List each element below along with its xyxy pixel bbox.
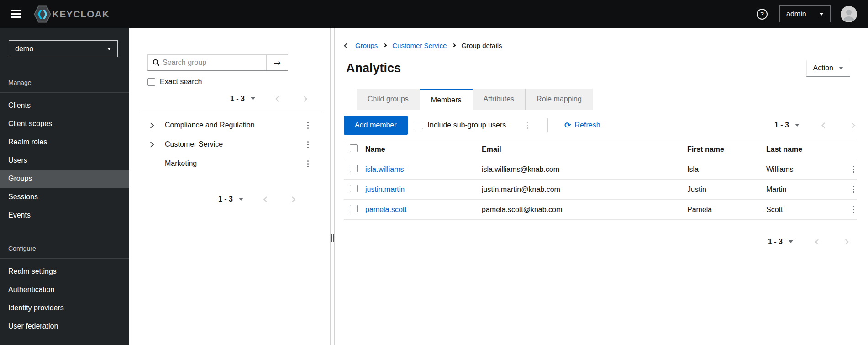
chevron-right-icon bbox=[148, 142, 154, 148]
expand-chevron-icon[interactable] bbox=[149, 141, 161, 148]
members-pagination-bottom-prev-button[interactable] bbox=[813, 236, 823, 248]
realm-selector[interactable]: demo bbox=[9, 40, 118, 57]
tab-role-mapping[interactable]: Role mapping bbox=[526, 89, 593, 110]
member-name-link[interactable]: justin.martin bbox=[365, 186, 482, 194]
sidebar-item-clients[interactable]: Clients bbox=[0, 96, 129, 115]
caret-down-icon bbox=[107, 48, 111, 50]
row-checkbox[interactable] bbox=[350, 165, 358, 172]
group-kebab-button[interactable] bbox=[305, 120, 311, 131]
collapse-drawer-icon[interactable] bbox=[344, 42, 349, 49]
select-all-checkbox[interactable] bbox=[350, 144, 358, 152]
group-kebab-button[interactable] bbox=[305, 139, 311, 150]
chevron-left-icon bbox=[275, 96, 281, 102]
chevron-right-icon bbox=[289, 196, 295, 202]
sidebar-item-events[interactable]: Events bbox=[0, 206, 129, 224]
sidebar-item-authentication[interactable]: Authentication bbox=[0, 281, 129, 299]
chevron-right-icon bbox=[301, 96, 307, 102]
sidebar-item-user-federation[interactable]: User federation bbox=[0, 317, 129, 335]
breadcrumb-item-customer-service[interactable]: Customer Service bbox=[392, 42, 447, 49]
group-name[interactable]: Compliance and Regulation bbox=[165, 121, 305, 129]
exact-search-checkbox[interactable] bbox=[147, 78, 155, 86]
tab-child-groups[interactable]: Child groups bbox=[357, 89, 420, 110]
members-pagination-top-prev-button[interactable] bbox=[820, 119, 829, 132]
member-first-name: Pamela bbox=[687, 206, 766, 214]
exact-search-label: Exact search bbox=[160, 78, 202, 86]
avatar[interactable] bbox=[841, 6, 857, 22]
chevron-left-icon bbox=[263, 196, 269, 202]
table-header-row: NameEmailFirst nameLast name bbox=[344, 139, 857, 159]
caret-down-icon bbox=[839, 67, 843, 69]
chevron-left-icon bbox=[815, 239, 821, 245]
nav-section-gap bbox=[0, 224, 129, 238]
members-toolbar: Add member Include sub-group users ⟳ Ref… bbox=[344, 116, 857, 135]
username-label: admin bbox=[786, 10, 806, 18]
tree-pagination-top-next-button[interactable] bbox=[300, 93, 309, 105]
breadcrumb-item-group-details: Group details bbox=[461, 42, 502, 49]
keycloak-hexagon-icon bbox=[34, 5, 51, 24]
row-checkbox-cell bbox=[344, 185, 365, 194]
row-checkbox-cell bbox=[344, 165, 365, 174]
members-pagination-bottom-range: 1 - 3 bbox=[768, 238, 783, 246]
sidebar-item-client-scopes[interactable]: Client scopes bbox=[0, 115, 129, 133]
hamburger-menu-button[interactable] bbox=[11, 10, 21, 18]
add-member-button[interactable]: Add member bbox=[344, 116, 408, 135]
member-last-name: Martin bbox=[766, 186, 839, 194]
sidebar-item-realm-roles[interactable]: Realm roles bbox=[0, 133, 129, 151]
sidebar-item-groups[interactable]: Groups bbox=[0, 170, 129, 188]
action-dropdown-button[interactable]: Action bbox=[806, 60, 850, 77]
toolbar-kebab-button[interactable] bbox=[524, 120, 531, 131]
sidebar-item-identity-providers[interactable]: Identity providers bbox=[0, 299, 129, 317]
tab-attributes[interactable]: Attributes bbox=[473, 89, 526, 110]
tab-members[interactable]: Members bbox=[420, 89, 473, 110]
row-checkbox[interactable] bbox=[350, 205, 358, 212]
group-name[interactable]: Customer Service bbox=[165, 140, 305, 149]
table-row: isla.williamsisla.williams@knab.comIslaW… bbox=[344, 159, 857, 180]
brand-text: KEYCLOAK bbox=[52, 9, 110, 20]
members-pagination-bottom-menu-toggle[interactable]: 1 - 3 bbox=[766, 236, 795, 248]
row-kebab-button[interactable] bbox=[850, 184, 857, 195]
select-all-cell bbox=[344, 144, 365, 154]
row-checkbox[interactable] bbox=[350, 185, 358, 192]
refresh-button[interactable]: ⟳ Refresh bbox=[564, 121, 600, 129]
group-search: → bbox=[147, 54, 288, 71]
member-name-link[interactable]: pamela.scott bbox=[365, 206, 482, 214]
sidebar-item-realm-settings[interactable]: Realm settings bbox=[0, 262, 129, 281]
member-name-link[interactable]: isla.williams bbox=[365, 165, 482, 174]
tree-divider bbox=[140, 111, 323, 111]
tabs: Child groupsMembersAttributesRole mappin… bbox=[357, 89, 857, 110]
tree-pagination-bottom-menu-toggle[interactable]: 1 - 3 bbox=[216, 193, 245, 205]
tree-pagination-bottom-prev-button[interactable] bbox=[262, 193, 271, 206]
member-last-name: Williams bbox=[766, 165, 839, 174]
member-last-name: Scott bbox=[766, 206, 839, 214]
expand-chevron-icon[interactable] bbox=[149, 122, 161, 129]
include-subgroups-checkbox[interactable] bbox=[416, 122, 423, 129]
nav-section-label-manage: Manage bbox=[0, 72, 129, 92]
row-kebab-button[interactable] bbox=[850, 164, 857, 175]
panel-resize-handle[interactable] bbox=[330, 28, 335, 345]
search-input[interactable] bbox=[160, 55, 266, 70]
user-dropdown[interactable]: admin bbox=[779, 5, 831, 22]
sidebar-item-users[interactable]: Users bbox=[0, 151, 129, 170]
group-tree-item-customer-service: Customer Service bbox=[129, 135, 330, 154]
table-row: justin.martinjustin.martin@knab.comJusti… bbox=[344, 180, 857, 200]
nav-divider bbox=[0, 258, 129, 259]
sidebar-item-sessions[interactable]: Sessions bbox=[0, 188, 129, 206]
members-pagination-bottom: 1 - 3 bbox=[344, 232, 851, 252]
tree-pagination-top-prev-button[interactable] bbox=[274, 93, 283, 105]
members-pagination-bottom-next-button[interactable] bbox=[841, 236, 851, 248]
breadcrumb-separator-icon bbox=[383, 43, 387, 47]
members-pagination-top-menu-toggle[interactable]: 1 - 3 bbox=[773, 119, 801, 131]
group-kebab-button[interactable] bbox=[305, 159, 311, 169]
breadcrumb-item-groups[interactable]: Groups bbox=[355, 42, 378, 49]
tree-pagination-top-menu-toggle[interactable]: 1 - 3 bbox=[228, 93, 257, 105]
tree-pagination-top: 1 - 3 bbox=[129, 91, 309, 106]
group-name[interactable]: Marketing bbox=[165, 159, 305, 168]
members-pagination-top-next-button[interactable] bbox=[847, 119, 857, 132]
search-submit-button[interactable]: → bbox=[266, 55, 288, 70]
help-icon[interactable]: ? bbox=[757, 9, 768, 20]
tree-pagination-bottom-next-button[interactable] bbox=[288, 193, 297, 206]
keycloak-logo[interactable]: KEYCLOAK bbox=[34, 5, 110, 24]
main-content: GroupsCustomer ServiceGroup details Anal… bbox=[335, 28, 868, 345]
row-kebab-button[interactable] bbox=[850, 204, 857, 215]
caret-down-icon bbox=[789, 240, 793, 243]
